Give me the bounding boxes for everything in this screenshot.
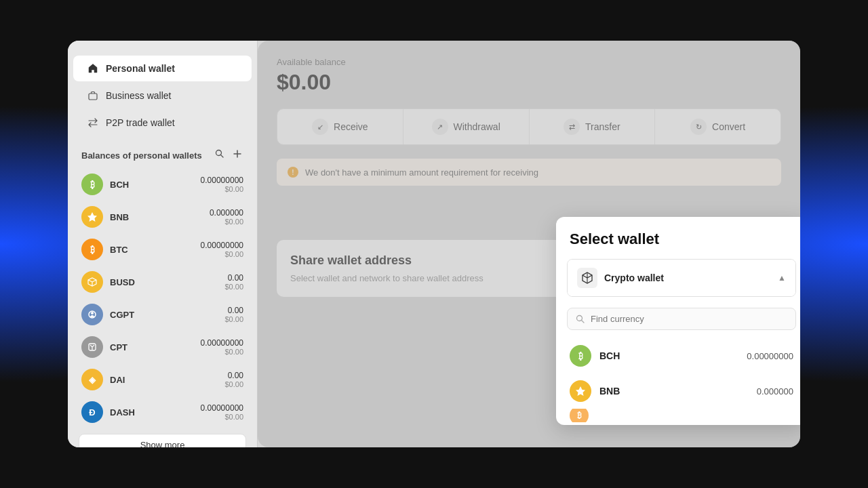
find-currency-input[interactable] [591,314,787,324]
wallet-item-busd[interactable]: BUSD 0.00 $0.00 [68,266,257,298]
show-more-button[interactable]: Show more [79,434,246,447]
bnb-balance: 0.000000 $0.00 [210,208,243,226]
busd-icon [81,271,103,293]
busd-balance: 0.00 $0.00 [224,273,243,291]
select-wallet-modal: Select wallet Crypto wallet ▲ [556,217,800,425]
busd-name: BUSD [110,277,224,287]
briefcase-icon [87,89,99,102]
sidebar-section-actions [214,148,243,163]
cpt-balance: 0.00000000 $0.00 [201,338,243,356]
wallet-item-cpt[interactable]: CPT 0.00000000 $0.00 [68,331,257,363]
search-wallets-button[interactable] [214,148,226,163]
svg-rect-0 [89,94,97,100]
currency-item-bch[interactable]: ₿ BCH 0.00000000 [556,338,800,373]
sidebar-p2p-wallet-label: P2P trade wallet [106,117,175,128]
cgpt-icon [81,304,103,325]
sidebar: Personal wallet Business wallet [68,41,258,447]
svg-point-4 [91,312,94,314]
currency-item-btc-partial[interactable]: ₿ [556,409,800,422]
balances-section-header: Balances of personal wallets [68,137,257,168]
search-icon [576,314,585,324]
wallet-list: ₿ BCH 0.00000000 $0.00 BNB 0.000000 $0.0… [68,168,257,428]
bch-balance: 0.00000000 $0.00 [201,176,243,193]
sidebar-business-wallet-label: Business wallet [106,90,172,101]
wallet-type-dropdown[interactable]: Crypto wallet ▲ [567,259,796,297]
svg-marker-7 [576,386,585,396]
modal-bnb-balance: 0.000000 [757,386,793,396]
home-icon [87,62,99,75]
bch-icon: ₿ [81,174,103,195]
btc-icon: ₿ [81,239,103,260]
bch-name: BCH [110,180,201,190]
wallet-item-cgpt[interactable]: CGPT 0.00 $0.00 [68,298,257,331]
modal-btc-icon: ₿ [570,409,589,422]
sidebar-personal-wallet-label: Personal wallet [106,63,175,74]
wallet-item-dai[interactable]: ◈ DAI 0.00 $0.00 [68,363,257,396]
modal-bch-balance: 0.00000000 [747,351,793,361]
main-container: Personal wallet Business wallet [68,41,800,447]
currency-list: ₿ BCH 0.00000000 BNB 0.000000 ₿ [556,336,800,425]
wallet-item-btc[interactable]: ₿ BTC 0.00000000 $0.00 [68,233,257,266]
dash-name: DASH [110,407,201,418]
sidebar-nav: Personal wallet Business wallet [68,56,257,136]
crypto-wallet-label: Crypto wallet [604,272,771,283]
currency-item-bnb[interactable]: BNB 0.000000 [556,373,800,409]
modal-bnb-icon [570,380,591,402]
cpt-name: CPT [110,342,201,352]
sidebar-item-personal-wallet[interactable]: Personal wallet [73,56,252,81]
btc-balance: 0.00000000 $0.00 [201,241,243,258]
svg-marker-2 [87,212,97,222]
sidebar-item-business-wallet[interactable]: Business wallet [73,83,252,108]
wallet-dropdown-header[interactable]: Crypto wallet ▲ [568,260,795,296]
chevron-up-icon: ▲ [778,273,786,283]
cgpt-balance: 0.00 $0.00 [224,306,243,323]
wallet-item-dash[interactable]: Ð DASH 0.00000000 $0.00 [68,396,257,428]
cgpt-name: CGPT [110,310,224,320]
search-input-wrapper [567,308,796,330]
crypto-wallet-icon [577,268,597,288]
modal-bch-name: BCH [599,350,738,361]
balances-section-title: Balances of personal wallets [81,150,202,161]
wallet-item-bch[interactable]: ₿ BCH 0.00000000 $0.00 [68,168,257,201]
dai-name: DAI [110,375,224,385]
currency-scroll-area: ₿ BCH 0.00000000 BNB 0.000000 ₿ [556,336,800,425]
dai-balance: 0.00 $0.00 [224,371,243,388]
dash-balance: 0.00000000 $0.00 [201,403,243,421]
search-container [556,302,800,336]
bnb-icon [81,206,103,228]
add-wallet-button[interactable] [231,148,243,163]
btc-name: BTC [110,245,201,255]
bnb-name: BNB [110,212,210,222]
content-area: Available balance $0.00 ↙ Receive ↗ With… [258,41,800,447]
dash-icon: Ð [81,401,103,423]
transfer-icon [87,117,99,129]
cpt-icon [81,336,103,358]
wallet-item-bnb[interactable]: BNB 0.000000 $0.00 [68,201,257,233]
modal-bch-icon: ₿ [570,345,591,367]
dai-icon: ◈ [81,369,103,390]
svg-point-6 [577,315,583,321]
modal-header: Select wallet [556,217,800,259]
modal-bnb-name: BNB [599,386,749,396]
svg-point-1 [216,150,222,156]
sidebar-item-p2p-wallet[interactable]: P2P trade wallet [73,110,252,136]
modal-title: Select wallet [570,230,793,248]
